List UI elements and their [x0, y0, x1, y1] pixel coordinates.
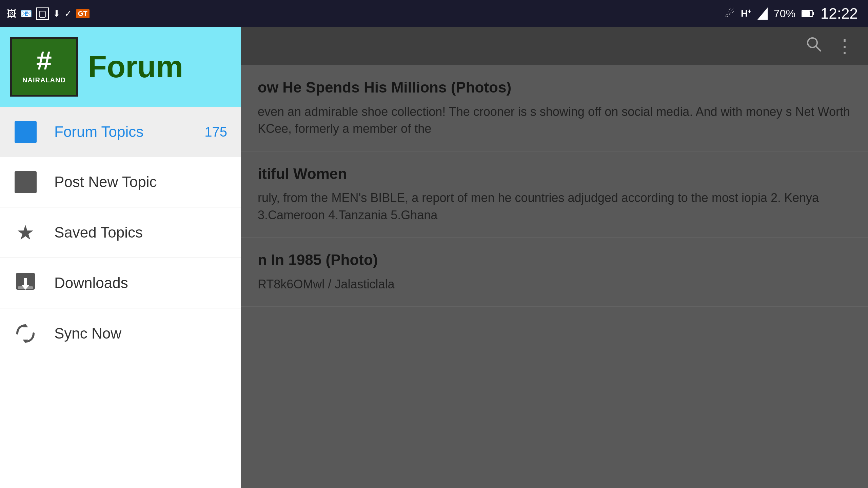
- bluetooth-icon: ☄: [725, 7, 735, 20]
- nav-item-downloads[interactable]: Downloads: [0, 258, 241, 308]
- content-overlay: [241, 27, 868, 488]
- logo-box: # NAIRALAND: [10, 37, 78, 97]
- star-icon: ★: [16, 221, 35, 244]
- sync-now-label: Sync Now: [54, 325, 227, 342]
- svg-rect-3: [802, 11, 810, 16]
- blue-square-icon: [15, 121, 37, 143]
- post-new-topic-icon: [14, 170, 37, 194]
- status-left-icons: 🖼 📧 ▢ ⬇ ✓ GT: [7, 7, 90, 20]
- post-new-topic-label: Post New Topic: [54, 174, 227, 190]
- svg-marker-0: [757, 7, 768, 20]
- notif-gtbank-icon: GT: [76, 9, 90, 18]
- svg-rect-7: [24, 278, 27, 285]
- status-right-icons: ☄ H+ 70% 12:22: [725, 5, 858, 22]
- forum-topics-badge: 175: [204, 124, 227, 140]
- battery-percent: 70%: [774, 7, 795, 20]
- notif-image-icon: 🖼: [7, 8, 16, 19]
- forum-topics-label: Forum Topics: [54, 123, 204, 140]
- content-panel: ⋮ ow He Spends His Millions (Photos) eve…: [241, 27, 868, 488]
- notif-email-icon: 📧: [20, 8, 32, 19]
- notif-download-icon: ⬇: [53, 8, 60, 19]
- data-icon: H+: [741, 8, 751, 19]
- nav-item-forum-topics[interactable]: Forum Topics 175: [0, 107, 241, 157]
- download-svg-icon: [15, 272, 36, 294]
- notif-check-icon: ✓: [64, 8, 72, 19]
- logo-hash-symbol: #: [36, 50, 52, 75]
- downloads-icon: [14, 271, 37, 295]
- sync-svg-icon: [15, 323, 36, 344]
- signal-icon: [757, 7, 768, 20]
- saved-topics-label: Saved Topics: [54, 224, 227, 241]
- forum-title: Forum: [88, 49, 183, 84]
- nav-item-saved-topics[interactable]: ★ Saved Topics: [0, 207, 241, 258]
- battery-icon: [802, 10, 814, 17]
- forum-topics-icon: [14, 120, 37, 144]
- nav-items-list: Forum Topics 175 Post New Topic ★ Saved …: [0, 107, 241, 488]
- nav-drawer: # NAIRALAND Forum Forum Topics 175: [0, 27, 241, 488]
- downloads-label: Downloads: [54, 274, 227, 291]
- status-time: 12:22: [821, 5, 858, 22]
- notif-window-icon: ▢: [36, 7, 49, 20]
- status-bar: 🖼 📧 ▢ ⬇ ✓ GT ☄ H+ 70% 12:22: [0, 0, 868, 27]
- nav-item-post-new-topic[interactable]: Post New Topic: [0, 157, 241, 207]
- drawer-header: # NAIRALAND Forum: [0, 27, 241, 107]
- saved-topics-icon: ★: [14, 221, 37, 244]
- sync-now-icon: [14, 322, 37, 345]
- nav-item-sync-now[interactable]: Sync Now: [0, 308, 241, 359]
- logo-container: # NAIRALAND Forum: [10, 37, 183, 97]
- dark-square-icon: [15, 171, 37, 193]
- svg-rect-2: [813, 12, 814, 15]
- logo-nairaland-text: NAIRALAND: [22, 76, 66, 84]
